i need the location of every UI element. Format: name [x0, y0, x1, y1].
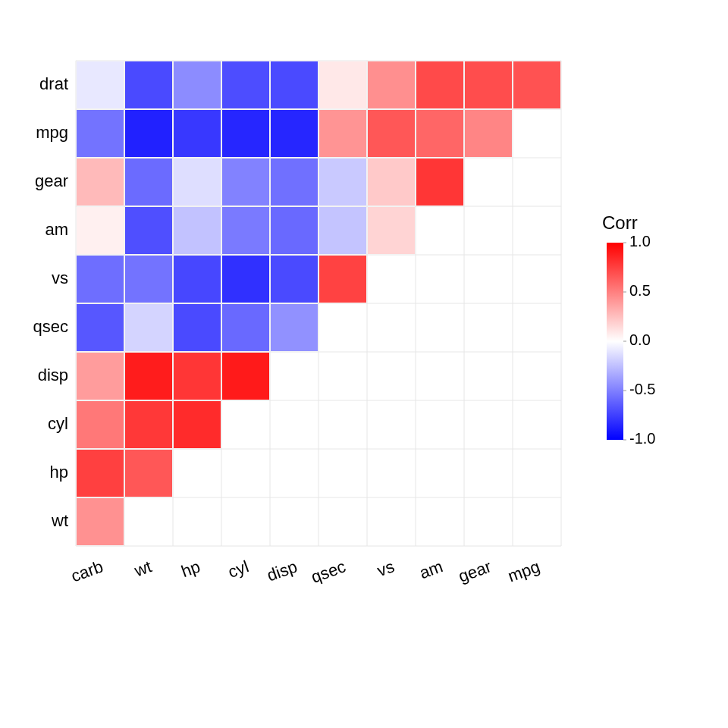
heatmap-cell	[77, 158, 124, 206]
heatmap-cell	[271, 256, 318, 303]
heatmap-cell	[222, 207, 269, 254]
heatmap-cell	[222, 110, 269, 157]
heatmap-cell	[125, 401, 172, 448]
heatmap-cell	[319, 158, 366, 206]
heatmap-cell	[271, 110, 318, 157]
heatmap-cell	[125, 304, 172, 351]
heatmap-cell	[368, 61, 415, 108]
heatmap-cell	[368, 158, 415, 206]
x-tick-label: carb	[68, 557, 105, 585]
heatmap-cell	[125, 353, 172, 400]
x-tick-label: mpg	[505, 557, 542, 585]
heatmap-cell	[271, 61, 318, 108]
y-tick-label: drat	[39, 74, 68, 93]
heatmap-cell	[368, 207, 415, 254]
heatmap-cell	[174, 158, 221, 206]
heatmap-cell	[77, 498, 124, 545]
heatmap-cell	[319, 110, 366, 157]
legend-tick-label: 0.0	[629, 331, 651, 348]
x-tick-group: disp	[265, 557, 300, 585]
heatmap-cell	[319, 61, 366, 108]
heatmap-cell	[77, 207, 124, 254]
heatmap-cell	[222, 61, 269, 108]
heatmap-cell	[222, 256, 269, 303]
heatmap-cell	[222, 158, 269, 206]
heatmap-cell	[271, 207, 318, 254]
legend-tick-label: -0.5	[629, 381, 655, 397]
x-tick-group: mpg	[505, 557, 542, 585]
x-tick-label: vs	[375, 557, 397, 580]
heatmap-cell	[174, 61, 221, 108]
x-tick-label: am	[417, 557, 445, 582]
heatmap-cell	[125, 158, 172, 206]
correlation-heatmap: dratmpggearamvsqsecdispcylhpwtcarbwthpcy…	[0, 0, 728, 728]
legend-tick-label: 1.0	[629, 233, 651, 249]
x-tick-group: cyl	[225, 557, 251, 582]
legend-colorbar	[607, 243, 623, 440]
heatmap-cell	[125, 110, 172, 157]
y-tick-label: hp	[50, 463, 68, 482]
heatmap-cell	[77, 256, 124, 303]
y-tick-label: wt	[51, 511, 68, 530]
heatmap-cell	[174, 353, 221, 400]
x-tick-label: wt	[131, 557, 154, 580]
heatmap-cell	[174, 304, 221, 351]
x-tick-label: disp	[265, 557, 300, 585]
heatmap-cell	[271, 158, 318, 206]
y-tick-label: gear	[35, 171, 68, 190]
heatmap-cell	[319, 256, 366, 303]
x-tick-label: cyl	[225, 557, 251, 582]
y-tick-label: disp	[38, 366, 68, 384]
x-tick-group: wt	[131, 557, 154, 580]
y-tick-label: cyl	[48, 414, 68, 433]
x-tick-group: vs	[375, 557, 397, 580]
x-tick-label: hp	[179, 557, 203, 581]
heatmap-cell	[125, 207, 172, 254]
heatmap-cell	[174, 110, 221, 157]
heatmap-cell	[77, 304, 124, 351]
heatmap-cell	[77, 61, 124, 108]
heatmap-cell	[416, 158, 463, 206]
heatmap-cell	[174, 401, 221, 448]
heatmap-cell	[125, 450, 172, 497]
legend-title: Corr	[602, 212, 638, 233]
y-tick-label: am	[45, 220, 68, 239]
heatmap-cell	[125, 256, 172, 303]
heatmap-cell	[465, 61, 512, 108]
heatmap-cell	[416, 110, 463, 157]
legend-tick-label: -1.0	[629, 430, 655, 447]
x-tick-label: qsec	[309, 557, 348, 586]
heatmap-cell	[77, 450, 124, 497]
heatmap-cell	[368, 110, 415, 157]
x-tick-group: hp	[179, 557, 203, 581]
x-tick-group: qsec	[309, 557, 348, 586]
heatmap-cell	[77, 110, 124, 157]
heatmap-cell	[416, 61, 463, 108]
y-tick-label: qsec	[33, 317, 68, 336]
x-tick-group: carb	[68, 557, 105, 585]
heatmap-cell	[465, 110, 512, 157]
heatmap-cell	[174, 256, 221, 303]
heatmap-cell	[174, 207, 221, 254]
x-tick-group: gear	[456, 557, 494, 586]
heatmap-cell	[77, 401, 124, 448]
heatmap-cell	[222, 353, 269, 400]
heatmap-cell	[77, 353, 124, 400]
heatmap-cell	[271, 304, 318, 351]
x-tick-label: gear	[456, 557, 494, 586]
y-tick-label: mpg	[36, 123, 68, 142]
heatmap-cell	[319, 207, 366, 254]
heatmap-cell	[222, 304, 269, 351]
heatmap-cell	[513, 61, 560, 108]
y-tick-label: vs	[52, 268, 68, 287]
x-tick-group: am	[417, 557, 445, 582]
legend-tick-label: 0.5	[629, 282, 651, 299]
heatmap-cell	[125, 61, 172, 108]
chart-svg: dratmpggearamvsqsecdispcylhpwtcarbwthpcy…	[0, 0, 728, 728]
